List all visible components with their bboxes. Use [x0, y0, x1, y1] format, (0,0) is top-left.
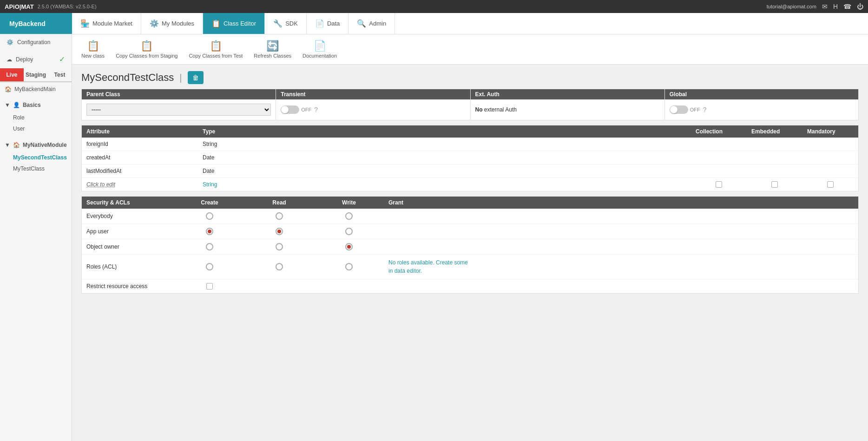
- embedded-checkbox[interactable]: [771, 181, 778, 188]
- copy-staging-label: Copy Classes from Staging: [116, 53, 178, 59]
- collection-checkbox[interactable]: [716, 181, 722, 188]
- new-class-button[interactable]: 📋 New class: [77, 37, 109, 61]
- radio-write-everybody[interactable]: [345, 212, 353, 220]
- mandatory-edit[interactable]: [802, 178, 858, 191]
- sec-restrict-r4: [314, 279, 384, 293]
- sec-create-everybody[interactable]: [175, 209, 244, 224]
- tab-sdk[interactable]: 🔧 SDK: [265, 13, 307, 34]
- sec-row-restrict: Restrict resource access: [82, 279, 858, 293]
- phone-icon[interactable]: ☎: [843, 3, 851, 10]
- radio-create-everybody[interactable]: [206, 212, 213, 220]
- main-layout: ⚙️ Configuration ☁ Deploy ✓ Live Staging…: [0, 34, 868, 441]
- env-tab-test[interactable]: Test: [48, 68, 72, 81]
- delete-class-button[interactable]: 🗑: [188, 71, 204, 84]
- mandatory-foreignid: [802, 138, 858, 151]
- sec-restrict-r3: [244, 279, 314, 293]
- env-tab-live[interactable]: Live: [0, 68, 24, 81]
- transient-track[interactable]: [281, 105, 299, 114]
- transient-block: Transient OFF ?: [276, 89, 470, 120]
- env-tab-staging[interactable]: Staging: [24, 68, 48, 81]
- sidebar-main-link[interactable]: 🏠 MyBackendMain: [0, 82, 72, 96]
- parent-class-select[interactable]: -----: [86, 104, 271, 116]
- sidebar-item-configuration[interactable]: ⚙️ Configuration: [0, 34, 72, 50]
- tab-admin[interactable]: 🔍 Admin: [349, 13, 395, 34]
- tab-my-modules[interactable]: ⚙️ My Modules: [141, 13, 203, 34]
- radio-create-roles[interactable]: [206, 263, 213, 270]
- global-help-icon[interactable]: ?: [703, 106, 707, 113]
- radio-write-roles[interactable]: [345, 263, 353, 270]
- refresh-button[interactable]: 🔄 Refresh Classes: [249, 37, 296, 61]
- attr-foreignid: foreignId: [82, 138, 198, 151]
- sidebar-section-mynativemodule-header[interactable]: ▼ 🏠 MyNativeModule: [0, 138, 72, 152]
- sec-row-everybody: Everybody: [82, 209, 858, 224]
- embedded-foreignid: [747, 138, 802, 151]
- refresh-label: Refresh Classes: [254, 53, 291, 59]
- collection-lastmodifiedat: [691, 165, 747, 178]
- radio-read-objectowner[interactable]: [276, 243, 283, 250]
- radio-read-roles[interactable]: [276, 263, 283, 270]
- home-icon: 🏠: [5, 86, 12, 92]
- tab-data[interactable]: 📄 Data: [307, 13, 349, 34]
- radio-create-objectowner[interactable]: [206, 243, 213, 250]
- sidebar-child-role[interactable]: Role: [0, 112, 72, 123]
- collection-edit[interactable]: [691, 178, 747, 191]
- sec-read-roles[interactable]: [244, 255, 314, 279]
- type-lastmodifiedat: Date: [198, 165, 691, 178]
- sec-create-objectowner[interactable]: [175, 239, 244, 254]
- my-modules-icon: ⚙️: [150, 19, 159, 28]
- sec-write-appuser[interactable]: [314, 224, 384, 239]
- copy-test-button[interactable]: 📋 Copy Classes from Test: [184, 37, 247, 61]
- sec-grant-everybody: [384, 209, 477, 224]
- global-track[interactable]: [670, 105, 688, 114]
- transient-help-icon[interactable]: ?: [314, 106, 318, 113]
- type-click-to-edit[interactable]: String: [198, 178, 691, 191]
- sec-create-appuser[interactable]: [175, 224, 244, 239]
- sec-read-objectowner[interactable]: [244, 239, 314, 254]
- sec-read-appuser[interactable]: [244, 224, 314, 239]
- sidebar-section-basics-header[interactable]: ▼ 👤 Basics: [0, 98, 72, 112]
- sec-write-objectowner[interactable]: [314, 239, 384, 254]
- sidebar-child-mysecondtestclass[interactable]: MySecondTestClass: [0, 152, 72, 163]
- no-roles-text[interactable]: No roles available. Create some in data …: [388, 258, 472, 275]
- radio-read-appuser[interactable]: [276, 228, 283, 235]
- sec-row-roles: Roles (ACL) No roles available. Create s…: [82, 255, 858, 279]
- security-table-header: Security & ACLs Create Read Write Grant: [82, 197, 858, 209]
- toolbar: 📋 New class 📋 Copy Classes from Staging …: [72, 34, 868, 65]
- copy-staging-button[interactable]: 📋 Copy Classes from Staging: [111, 37, 182, 61]
- sec-restrict-checkbox-cell[interactable]: [175, 279, 244, 293]
- embedded-createdat: [747, 151, 802, 164]
- documentation-button[interactable]: 📄 Documentation: [298, 37, 342, 61]
- mandatory-createdat: [802, 151, 858, 164]
- help-icon[interactable]: H: [833, 3, 838, 10]
- transient-toggle[interactable]: OFF: [281, 105, 311, 114]
- sec-label-objectowner: Object owner: [82, 239, 175, 254]
- global-toggle[interactable]: OFF: [670, 105, 700, 114]
- mandatory-checkbox[interactable]: [827, 181, 834, 188]
- radio-create-appuser[interactable]: [206, 228, 213, 235]
- sec-grant-roles: No roles available. Create some in data …: [384, 255, 477, 279]
- sec-create-roles[interactable]: [175, 255, 244, 279]
- tab-class-editor[interactable]: 📋 Class Editor: [203, 13, 265, 34]
- sec-read-everybody[interactable]: [244, 209, 314, 224]
- mail-icon[interactable]: ✉: [822, 3, 828, 10]
- power-icon[interactable]: ⏻: [857, 3, 863, 10]
- embedded-edit[interactable]: [747, 178, 802, 191]
- embedded-lastmodifiedat: [747, 165, 802, 178]
- radio-write-objectowner[interactable]: [345, 243, 353, 250]
- attr-click-to-edit[interactable]: Click to edit: [82, 178, 198, 191]
- global-state: OFF: [690, 107, 700, 112]
- global-block: Global OFF ?: [664, 89, 859, 120]
- sidebar-child-mytestclass[interactable]: MyTestClass: [0, 163, 72, 174]
- sdk-icon: 🔧: [273, 19, 283, 28]
- tab-my-modules-label: My Modules: [162, 20, 194, 27]
- table-row[interactable]: Click to edit String: [82, 178, 858, 191]
- radio-write-appuser[interactable]: [345, 228, 353, 235]
- sidebar-item-deploy[interactable]: ☁ Deploy ✓: [0, 50, 72, 68]
- restrict-checkbox[interactable]: [206, 283, 213, 290]
- sec-header-create: Create: [175, 197, 244, 209]
- tab-module-market[interactable]: 🏪 Module Market: [72, 13, 141, 34]
- sidebar-child-user[interactable]: User: [0, 123, 72, 134]
- sec-write-everybody[interactable]: [314, 209, 384, 224]
- sec-write-roles[interactable]: [314, 255, 384, 279]
- radio-read-everybody[interactable]: [276, 212, 283, 220]
